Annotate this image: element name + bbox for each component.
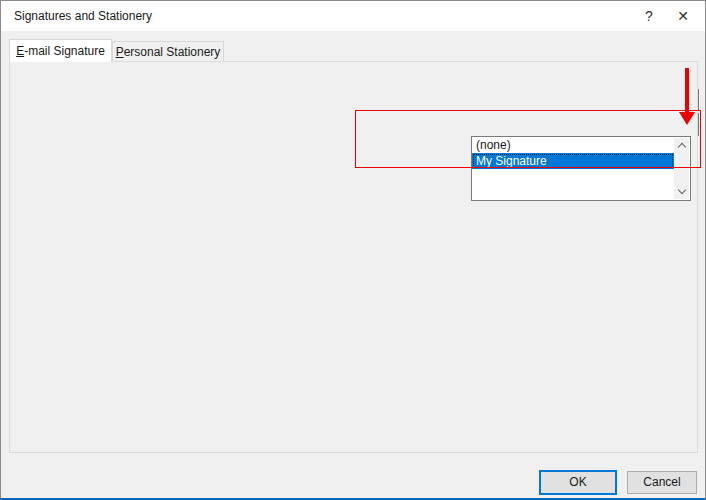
signatures-stationery-dialog: Signatures and Stationery ? ✕ E-mail Sig… xyxy=(0,0,706,500)
scroll-down-button[interactable] xyxy=(674,184,689,199)
close-button[interactable]: ✕ xyxy=(667,1,699,31)
dropdown-scrollbar[interactable] xyxy=(674,138,689,199)
chevron-up-icon xyxy=(677,143,685,151)
ok-button[interactable]: OK xyxy=(539,470,617,495)
cancel-button[interactable]: Cancel xyxy=(627,471,697,494)
dialog-title: Signatures and Stationery xyxy=(14,1,152,31)
tab-personal-stationery[interactable]: Personal Stationery xyxy=(112,41,224,62)
chevron-down-icon xyxy=(677,186,685,194)
dropdown-option-none[interactable]: (none) xyxy=(472,137,674,153)
tab-email-signature[interactable]: E-mail Signature xyxy=(9,39,112,62)
new-messages-dropdown-list[interactable]: (none) My Signature xyxy=(471,136,691,201)
title-bar: Signatures and Stationery ? ✕ xyxy=(1,1,705,31)
help-button[interactable]: ? xyxy=(633,1,665,31)
tab-page xyxy=(9,61,698,453)
scroll-up-button[interactable] xyxy=(674,138,689,153)
dropdown-option-my-signature[interactable]: My Signature xyxy=(472,153,674,169)
